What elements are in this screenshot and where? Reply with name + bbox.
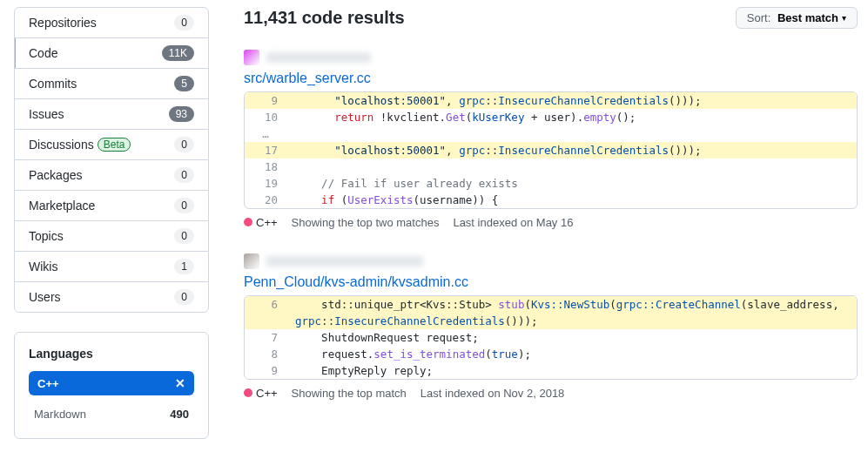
indexed-date: Last indexed on Nov 2, 2018 [421, 387, 565, 400]
language-filter-active[interactable]: C++ ✕ [29, 371, 194, 395]
nav-issues[interactable]: Issues93 [15, 99, 208, 130]
code-line: 18 [245, 159, 857, 175]
nav-label: Topics [29, 229, 64, 243]
code-line: 19 // Fail if user already exists [245, 175, 857, 192]
result-meta: C++ Showing the top two matches Last ind… [244, 216, 858, 229]
language-count: 490 [170, 408, 189, 421]
caret-down-icon: ▾ [842, 13, 846, 23]
nav-label: Marketplace [29, 199, 95, 213]
code-snippet[interactable]: 9 "localhost:50001", grpc::InsecureChann… [244, 91, 858, 209]
nav-count: 93 [169, 106, 194, 122]
search-result: Penn_Cloud/kvs-admin/kvsadmin.cc 6 std::… [244, 253, 858, 400]
nav-count: 0 [174, 167, 194, 183]
language-option[interactable]: Markdown 490 [29, 404, 194, 424]
file-path-link[interactable]: Penn_Cloud/kvs-admin/kvsadmin.cc [244, 274, 858, 290]
code-line: 20 if (UserExists(username)) { [245, 192, 857, 208]
language-dot-icon [244, 218, 252, 226]
nav-label: Discussions [29, 138, 94, 152]
nav-users[interactable]: Users0 [15, 282, 208, 312]
nav-label: Users [29, 290, 61, 304]
nav-packages[interactable]: Packages0 [15, 160, 208, 191]
code-line: 9 EmptyReply reply; [245, 362, 857, 379]
results-count-title: 11,431 code results [244, 8, 405, 28]
nav-label: Code [29, 46, 57, 60]
nav-label: Wikis [29, 260, 57, 273]
code-line: 17 "localhost:50001", grpc::InsecureChan… [245, 142, 857, 159]
language-name: Markdown [34, 408, 86, 421]
sort-button[interactable]: Sort: Best match ▾ [736, 7, 858, 29]
code-line: 7 ShutdownRequest request; [245, 329, 857, 346]
nav-label: Issues [29, 107, 64, 121]
file-path-link[interactable]: src/warble_server.cc [244, 71, 858, 86]
remove-filter-icon[interactable]: ✕ [175, 376, 185, 390]
nav-count: 1 [174, 259, 194, 274]
result-meta: C++ Showing the top match Last indexed o… [244, 387, 858, 400]
code-line: 8 request.set_is_terminated(true); [245, 346, 857, 362]
sort-value: Best match [777, 11, 838, 24]
nav-count: 11K [162, 45, 194, 61]
nav-code[interactable]: Code11K [15, 38, 208, 69]
beta-badge: Beta [98, 138, 131, 152]
repo-name-redacted [266, 52, 371, 63]
nav-count: 0 [174, 198, 194, 213]
language-dot-icon [244, 388, 252, 397]
code-line: 9 "localhost:50001", grpc::InsecureChann… [245, 92, 857, 109]
nav-label: Repositories [29, 16, 97, 30]
code-line: 6 std::unique_ptr<Kvs::Stub> stub(Kvs::N… [245, 296, 857, 313]
nav-count: 0 [174, 289, 194, 305]
code-snippet[interactable]: 6 std::unique_ptr<Kvs::Stub> stub(Kvs::N… [244, 295, 858, 380]
match-count: Showing the top two matches [292, 216, 440, 229]
nav-count: 0 [174, 15, 194, 30]
nav-count: 5 [174, 76, 194, 91]
nav-wikis[interactable]: Wikis1 [15, 252, 208, 282]
language-name: C++ [37, 377, 59, 390]
search-type-nav: Repositories0 Code11K Commits5 Issues93 … [14, 7, 209, 313]
code-line: grpc::InsecureChannelCredentials())); [245, 313, 857, 329]
indexed-date: Last indexed on May 16 [453, 216, 573, 229]
nav-label: Packages [29, 168, 82, 182]
sort-label: Sort: [747, 11, 770, 24]
language-label: C++ [256, 387, 278, 400]
nav-count: 0 [174, 137, 194, 152]
language-label: C++ [256, 216, 278, 229]
nav-discussions[interactable]: DiscussionsBeta0 [15, 130, 208, 160]
nav-count: 0 [174, 228, 194, 244]
avatar [244, 50, 259, 65]
nav-marketplace[interactable]: Marketplace0 [15, 191, 208, 221]
avatar [244, 253, 259, 269]
languages-title: Languages [29, 347, 194, 361]
code-line: 10 return !kvclient.Get(kUserKey + user)… [245, 109, 857, 125]
nav-topics[interactable]: Topics0 [15, 221, 208, 252]
nav-label: Commits [29, 77, 77, 91]
search-result: src/warble_server.cc 9 "localhost:50001"… [244, 50, 858, 229]
repo-name-redacted [266, 256, 423, 267]
nav-repositories[interactable]: Repositories0 [15, 8, 208, 38]
languages-filter: Languages C++ ✕ Markdown 490 [14, 332, 209, 439]
code-ellipsis: … [245, 125, 857, 142]
nav-commits[interactable]: Commits5 [15, 69, 208, 99]
match-count: Showing the top match [292, 387, 407, 400]
